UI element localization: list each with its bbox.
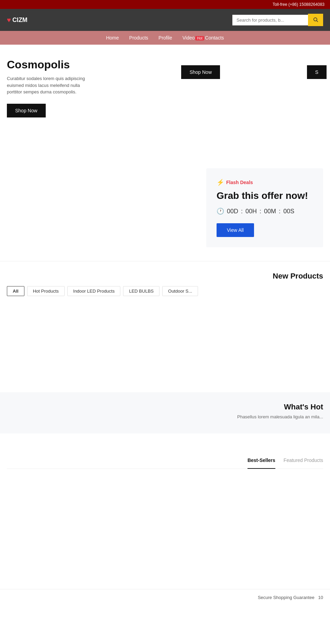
product-grid	[7, 303, 323, 379]
nav-items: Home Products Profile Video Hot Contacts	[7, 35, 323, 41]
flash-title: Grab this offer now!	[217, 190, 313, 202]
nav-item-video[interactable]: Video Hot	[183, 35, 195, 41]
phone-number: Toll-free (+86) 15088264083	[273, 2, 324, 7]
svg-point-0	[314, 18, 317, 21]
flash-deals-section: ⚡ Flash Deals Grab this offer now! 🕐 00D…	[0, 161, 330, 261]
timer-sep-1: :	[241, 208, 243, 215]
best-sellers-grid	[7, 476, 323, 579]
nav-link-home[interactable]: Home	[106, 35, 119, 41]
shop-now-button-1[interactable]: Shop Now	[7, 104, 46, 117]
logo-text: CIZM	[12, 16, 28, 24]
new-products-header: New Products	[7, 272, 323, 281]
filter-outdoor[interactable]: Outdoor S...	[162, 286, 198, 296]
search-input[interactable]	[232, 15, 308, 25]
filter-all[interactable]: All	[7, 286, 24, 296]
top-bar: Toll-free (+86) 15088264083	[0, 0, 330, 9]
bolt-icon: ⚡	[217, 179, 224, 186]
hot-badge: Hot	[195, 36, 204, 41]
timer-sep-3: :	[279, 208, 280, 215]
flash-label-text: Flash Deals	[226, 180, 253, 185]
svg-line-1	[317, 21, 318, 22]
footer-hint: Secure Shopping Guarantee 10	[0, 589, 330, 606]
tab-best-sellers[interactable]: Best-Sellers	[248, 457, 275, 469]
hero-title: Cosmopolis	[7, 58, 323, 71]
search-button[interactable]	[308, 14, 323, 26]
timer-secs: 00S	[283, 208, 294, 215]
search-bar	[232, 14, 323, 26]
whats-hot-section: What's Hot Phasellus lorem malesuada lig…	[0, 392, 330, 433]
footer-icon-num: 10	[318, 595, 323, 600]
whats-hot-title: What's Hot	[7, 403, 323, 411]
spacer-1	[0, 433, 330, 447]
secure-shopping-label: Secure Shopping Guarantee	[258, 595, 315, 600]
tab-featured-products[interactable]: Featured Products	[284, 457, 323, 466]
timer-mins: 00M	[264, 208, 276, 215]
new-products-section: New Products All Hot Products Indoor LED…	[0, 261, 330, 392]
filter-led-bulbs[interactable]: LED BULBS	[123, 286, 160, 296]
nav-item-profile[interactable]: Profile	[158, 35, 172, 41]
best-sellers-section: Best-Sellers Featured Products	[0, 447, 330, 589]
logo-icon: ♥	[7, 16, 11, 24]
filter-hot-products[interactable]: Hot Products	[27, 286, 65, 296]
logo: ♥ CIZM	[7, 16, 28, 24]
filter-indoor-led[interactable]: Indoor LED Products	[67, 286, 121, 296]
flash-label: ⚡ Flash Deals	[217, 179, 313, 186]
nav-item-home[interactable]: Home	[106, 35, 119, 41]
shop-now-button-3[interactable]: S	[307, 65, 327, 79]
new-products-title: New Products	[273, 272, 323, 280]
nav-link-profile[interactable]: Profile	[158, 35, 172, 41]
whats-hot-header: What's Hot	[7, 403, 323, 411]
view-all-button[interactable]: View All	[217, 223, 254, 237]
nav-link-contacts[interactable]: Contacts	[205, 35, 224, 41]
tabs-row: Best-Sellers Featured Products	[7, 457, 323, 469]
nav-item-products[interactable]: Products	[129, 35, 148, 41]
nav-link-video[interactable]: Video	[183, 35, 195, 41]
nav-item-contacts[interactable]: Contacts	[205, 35, 224, 41]
clock-icon: 🕐	[217, 207, 224, 215]
flash-card: ⚡ Flash Deals Grab this offer now! 🕐 00D…	[206, 168, 323, 247]
shop-now-button-2[interactable]: Shop Now	[181, 65, 220, 79]
nav: Home Products Profile Video Hot Contacts	[0, 31, 330, 45]
nav-link-products[interactable]: Products	[129, 35, 148, 41]
timer-sep-2: :	[260, 208, 261, 215]
hero-section: Cosmopolis Curabitur sodales lorem quis …	[0, 45, 330, 161]
whats-hot-description: Phasellus lorem malesuada ligula an mila…	[7, 414, 323, 419]
timer-hours: 00H	[245, 208, 257, 215]
timer-days: 00D	[227, 208, 238, 215]
header: ♥ CIZM	[0, 9, 330, 31]
flash-timer: 🕐 00D : 00H : 00M : 00S	[217, 207, 313, 215]
hero-description: Curabitur sodales lorem quis adipiscing …	[7, 75, 89, 95]
search-icon	[313, 17, 318, 22]
product-filters: All Hot Products Indoor LED Products LED…	[7, 286, 323, 296]
